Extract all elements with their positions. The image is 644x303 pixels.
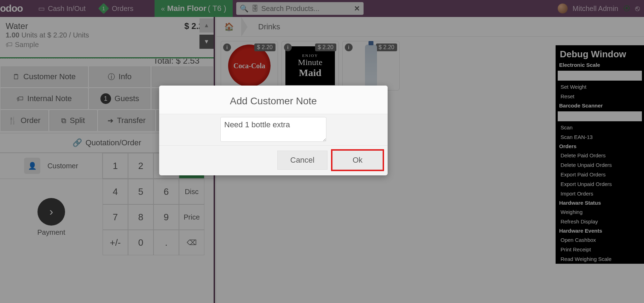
- customer-note-modal: Add Customer Note Cancel Ok: [159, 86, 388, 175]
- cancel-button[interactable]: Cancel: [277, 151, 327, 170]
- modal-title: Add Customer Note: [159, 86, 388, 114]
- note-textarea[interactable]: [220, 117, 326, 142]
- ok-button[interactable]: Ok: [332, 151, 383, 170]
